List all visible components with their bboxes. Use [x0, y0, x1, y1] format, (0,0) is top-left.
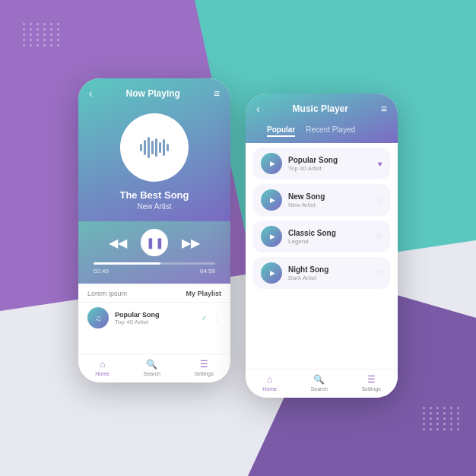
menu-icon[interactable]: ≡: [214, 87, 220, 100]
lorem-ipsum-text: Lorem ipsum: [87, 290, 127, 297]
phones-container: ‹ Now Playing ≡: [0, 0, 476, 476]
tab-recent[interactable]: Recent Played: [306, 125, 355, 137]
heart-icon-3[interactable]: ♡: [376, 233, 382, 241]
now-playing-title: Now Playing: [126, 88, 180, 99]
song-info-2: New Song New Artist: [288, 192, 370, 208]
song-row-3[interactable]: ▶ Classic Song Legend ♡: [253, 221, 390, 252]
mp-settings-icon: ☰: [367, 374, 376, 385]
nav-home[interactable]: ⌂ Home: [95, 359, 109, 376]
nav-settings[interactable]: ☰ Settings: [194, 359, 213, 376]
pause-button[interactable]: ❚❚: [141, 229, 168, 256]
mp-back-icon[interactable]: ‹: [256, 103, 260, 115]
mp-home-icon: ⌂: [267, 374, 272, 385]
mp-nav-home[interactable]: ⌂ Home: [262, 374, 277, 392]
search-icon: 🔍: [146, 359, 157, 370]
play-icon-3: ▶: [270, 233, 275, 240]
play-btn-1[interactable]: ▶: [261, 153, 282, 174]
time-current: 02:49: [94, 268, 109, 274]
playlist-item-icon: ♫: [87, 307, 109, 328]
playlist-item[interactable]: ♫ Popular Song Top 40 Artist ✓ ⋮: [78, 303, 230, 333]
progress-fill: [94, 262, 160, 265]
search-label: Search: [144, 371, 160, 376]
home-label: Home: [95, 371, 109, 376]
mp-search-label: Search: [311, 386, 328, 392]
music-note-icon: ♫: [95, 314, 101, 322]
nav-bar: ‹ Now Playing ≡: [89, 87, 220, 100]
now-playing-phone: ‹ Now Playing ≡: [78, 78, 230, 382]
play-btn-2[interactable]: ▶: [261, 189, 282, 211]
song-name-3: Classic Song: [288, 229, 370, 237]
my-playlist-text: My Playlist: [186, 290, 221, 297]
song-row-1[interactable]: ▶ Popular Song Top 40 Artist ♥: [253, 148, 390, 179]
heart-icon-2[interactable]: ♡: [376, 196, 382, 205]
song-artist-1: Top 40 Artist: [288, 165, 372, 172]
playlist-song-name: Popular Song: [115, 311, 195, 319]
prev-button[interactable]: ◀◀: [109, 236, 127, 250]
nav-search[interactable]: 🔍 Search: [144, 359, 160, 376]
play-icon-4: ▶: [270, 269, 275, 277]
music-player-header: ‹ Music Player ≡ Popular Recent Played: [246, 94, 398, 143]
play-btn-4[interactable]: ▶: [261, 262, 282, 284]
mp-nav-search[interactable]: 🔍 Search: [311, 374, 328, 392]
main-song-artist: New Artist: [137, 202, 171, 211]
main-song-title: The Best Song: [119, 189, 189, 201]
playlist-item-info: Popular Song Top 40 Artist: [115, 311, 195, 325]
home-icon: ⌂: [100, 359, 105, 370]
waveform: [140, 135, 169, 160]
mp-search-icon: 🔍: [313, 374, 325, 385]
heart-icon-4[interactable]: ♡: [376, 269, 382, 278]
play-icon-1: ▶: [270, 160, 275, 167]
song-artist-4: Dark Artist: [288, 274, 370, 281]
song-info-1: Popular Song Top 40 Artist: [288, 156, 372, 172]
tabs-row: Popular Recent Played: [256, 121, 387, 143]
song-name-2: New Song: [288, 192, 370, 201]
song-name-4: Night Song: [288, 265, 370, 274]
play-icon-2: ▶: [270, 196, 275, 204]
bottom-nav-right: ⌂ Home 🔍 Search ☰ Settings: [246, 369, 398, 398]
heart-icon-1[interactable]: ♥: [378, 160, 382, 168]
settings-icon: ☰: [200, 359, 208, 370]
now-playing-header: ‹ Now Playing ≡: [78, 78, 230, 221]
mp-nav-bar: ‹ Music Player ≡: [256, 103, 387, 115]
song-artist-3: Legend: [288, 238, 370, 245]
time-total: 04:59: [200, 268, 215, 274]
controls-area: ◀◀ ❚❚ ▶▶ 02:49 04:59: [78, 221, 230, 284]
mp-nav-settings[interactable]: ☰ Settings: [361, 374, 380, 392]
bottom-nav-left: ⌂ Home 🔍 Search ☰ Settings: [78, 354, 230, 382]
song-name-1: Popular Song: [288, 156, 372, 164]
more-dots-icon[interactable]: ⋮: [214, 314, 221, 322]
tab-popular[interactable]: Popular: [267, 125, 295, 137]
progress-area: 02:49 04:59: [94, 262, 215, 274]
mp-home-label: Home: [262, 386, 277, 392]
song-info-3: Classic Song Legend: [288, 229, 370, 245]
play-btn-3[interactable]: ▶: [261, 226, 282, 247]
album-art: [120, 113, 189, 182]
music-player-phone: ‹ Music Player ≡ Popular Recent Played ▶…: [246, 94, 398, 398]
progress-bar[interactable]: [94, 262, 215, 265]
playlist-header: Lorem ipsum My Playlist: [78, 284, 230, 303]
phone-body: Lorem ipsum My Playlist ♫ Popular Song T…: [78, 284, 230, 354]
song-row-2[interactable]: ▶ New Song New Artist ♡: [253, 184, 390, 216]
progress-times: 02:49 04:59: [94, 268, 215, 274]
music-player-title: Music Player: [293, 103, 348, 114]
next-button[interactable]: ▶▶: [182, 236, 200, 250]
playback-controls: ◀◀ ❚❚ ▶▶: [94, 229, 215, 256]
settings-label: Settings: [194, 371, 213, 376]
song-list: ▶ Popular Song Top 40 Artist ♥ ▶ New Son…: [246, 143, 398, 369]
check-icon: ✓: [202, 314, 208, 322]
song-row-4[interactable]: ▶ Night Song Dark Artist ♡: [253, 257, 390, 289]
song-info-4: Night Song Dark Artist: [288, 265, 370, 281]
mp-settings-label: Settings: [361, 386, 380, 392]
back-icon[interactable]: ‹: [89, 87, 93, 100]
song-artist-2: New Artist: [288, 202, 370, 208]
album-area: The Best Song New Artist: [89, 106, 220, 221]
playlist-artist: Top 40 Artist: [115, 319, 195, 325]
mp-menu-icon[interactable]: ≡: [381, 103, 387, 115]
